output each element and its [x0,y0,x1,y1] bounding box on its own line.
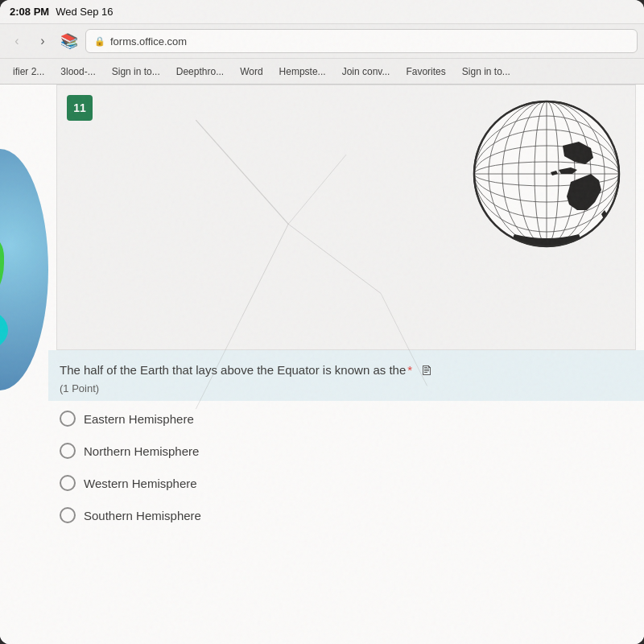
option-label-2: Western Hemisphere [84,477,197,490]
bookmark-8[interactable]: Sign in to... [456,64,517,79]
question-text: The half of the Earth that lays above th… [60,361,633,381]
option-2[interactable]: Western Hemisphere [60,475,633,491]
bookmark-5[interactable]: Hempste... [273,64,332,79]
screen: 2:08 PM Wed Sep 16 ‹ › 📚 🔒 forms.office.… [0,0,644,644]
lock-icon: 🔒 [94,36,105,47]
bookmark-6[interactable]: Join conv... [336,64,397,79]
svg-line-4 [288,155,346,224]
svg-line-0 [196,120,288,224]
browser-chrome: ‹ › 📚 🔒 forms.office.com ifier 2... 3loo… [0,24,644,85]
outer-frame: 2:08 PM Wed Sep 16 ‹ › 📚 🔒 forms.office.… [0,0,644,644]
status-bar: 2:08 PM Wed Sep 16 [0,0,644,24]
radio-3[interactable] [60,507,76,523]
option-label-1: Northern Hemisphere [84,444,199,458]
globe-image [466,93,627,254]
bookmarks-icon[interactable]: 📚 [58,30,80,52]
required-marker: * [407,363,412,377]
form-content: 11 [48,85,644,644]
status-time: 2:08 PM [10,6,49,18]
content-area: 11 [0,85,644,644]
option-3[interactable]: Southern Hemisphere [60,507,633,523]
address-bar[interactable]: 🔒 forms.office.com [85,29,638,53]
question-container: 11 [48,85,644,549]
bookmark-0[interactable]: ifier 2... [6,64,51,79]
forward-button[interactable]: › [32,31,53,52]
option-label-0: Eastern Hemisphere [84,412,194,426]
url-text: forms.office.com [110,35,187,47]
radio-1[interactable] [60,443,76,459]
bookmarks-bar: ifier 2... 3lood-... Sign in to... Deept… [0,58,644,84]
globe-land-3 [0,310,8,350]
question-number-badge: 11 [67,95,93,121]
tablet-bezel: 2:08 PM Wed Sep 16 ‹ › 📚 🔒 forms.office.… [0,0,644,644]
svg-line-2 [288,224,381,293]
back-button[interactable]: ‹ [6,31,27,52]
option-0[interactable]: Eastern Hemisphere [60,411,633,427]
question-image-area: 11 [56,85,636,350]
options-area: Eastern Hemisphere Northern Hemisphere W… [48,401,644,549]
bookmark-4[interactable]: Word [233,64,269,79]
radio-0[interactable] [60,411,76,427]
speaker-icon[interactable]: 🖹 [420,361,433,381]
status-date: Wed Sep 16 [56,6,113,18]
globe-partial-shape [0,149,48,390]
bookmark-3[interactable]: Deepthro... [170,64,230,79]
globe-svg [466,93,627,254]
bookmark-1[interactable]: 3lood-... [54,64,101,79]
question-text-area: The half of the Earth that lays above th… [48,350,644,401]
left-globe-partial [0,85,48,644]
radio-2[interactable] [60,475,76,491]
globe-land-2 [0,237,4,302]
svg-line-1 [242,224,288,316]
option-label-3: Southern Hemisphere [84,509,201,522]
question-points: (1 Point) [60,382,633,394]
bookmark-7[interactable]: Favorites [399,64,452,79]
bookmark-2[interactable]: Sign in to... [105,64,167,79]
question-text-content: The half of the Earth that lays above th… [60,363,406,377]
browser-toolbar: ‹ › 📚 🔒 forms.office.com [0,24,644,58]
option-1[interactable]: Northern Hemisphere [60,443,633,459]
